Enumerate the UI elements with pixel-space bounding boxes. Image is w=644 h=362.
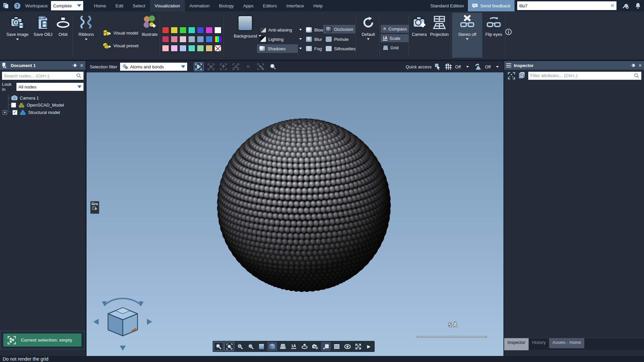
color-swatch-row3-2[interactable] — [171, 45, 178, 52]
fog-toggle[interactable]: Fog — [304, 44, 324, 53]
viewport-canvas[interactable]: Gro 5 Å 1Å ▶ — [87, 72, 503, 356]
add-camera-button[interactable]: Camera — [410, 14, 429, 37]
scale-toggle-mini[interactable]: 1Å — [289, 342, 299, 351]
anti-aliasing-toggle[interactable]: Anti-aliasing — [258, 25, 297, 34]
navigation-cube-gizmo[interactable] — [89, 287, 156, 354]
selection-status-badge[interactable]: Current selection: empty — [3, 334, 82, 347]
document-panel-header[interactable]: Document 1 ✕ — [0, 61, 86, 70]
checkbox-checked[interactable]: ✓ — [12, 110, 17, 115]
visual-preset-button[interactable]: Visual preset — [102, 42, 139, 50]
color-swatch-row2-7[interactable] — [214, 36, 221, 43]
nav-right-arrow[interactable] — [147, 319, 152, 325]
select-all-button[interactable] — [194, 62, 204, 71]
filter-attributes-input[interactable] — [530, 73, 634, 78]
stereo-off-button[interactable]: Stereo off — [453, 14, 482, 40]
deselect-button[interactable] — [206, 62, 216, 71]
checkbox-unchecked[interactable] — [11, 103, 16, 108]
nav-down-arrow[interactable] — [120, 346, 126, 351]
search-clear-icon[interactable]: ✕ — [610, 3, 614, 9]
search-nodes-box[interactable] — [2, 72, 84, 80]
orbit-button[interactable]: Orbit — [54, 14, 72, 37]
global-search-box[interactable]: ✕ — [517, 1, 616, 10]
pin-icon[interactable] — [72, 63, 77, 68]
save-obj-button[interactable]: OBJ Save OBJ — [32, 14, 54, 37]
save-image-button[interactable]: Save image — [5, 14, 30, 40]
occlusion-toggle[interactable]: Occlusion — [323, 25, 355, 34]
flip-eyes-button[interactable]: Flip eyes — [484, 14, 504, 37]
color-swatch-row1-3[interactable] — [179, 27, 186, 34]
anti-aliasing-dropdown-icon[interactable] — [299, 29, 302, 31]
scale-toggle[interactable]: 1Å Scale — [381, 34, 409, 42]
illustrate-button[interactable]: Illustrate — [140, 14, 159, 37]
shadows-toggle[interactable]: Shadows — [257, 44, 298, 53]
tab-assets-home[interactable]: Assets - Home — [549, 338, 584, 348]
color-swatch-row1-6[interactable] — [206, 27, 213, 34]
background-button-mini[interactable] — [257, 342, 266, 351]
select-connected-button[interactable] — [231, 62, 241, 71]
color-swatch-row1-5[interactable] — [197, 27, 204, 34]
menu-visualization[interactable]: Visualization — [150, 0, 185, 11]
silhouettes-toggle[interactable]: Silhouettes — [323, 44, 358, 53]
tree-item-camera[interactable]: Camera 1 — [11, 94, 39, 102]
compass-toggle[interactable]: Compass — [381, 25, 409, 33]
save-image-button-mini[interactable] — [310, 342, 320, 351]
tab-inspector[interactable]: Inspector — [504, 338, 529, 350]
menu-select[interactable]: Select — [128, 0, 150, 11]
angle-snap-icon[interactable] — [474, 63, 482, 70]
ribbons-dropdown-icon[interactable] — [85, 39, 88, 40]
filter-attributes-box[interactable] — [528, 72, 641, 80]
color-swatch-row3-3[interactable] — [179, 45, 186, 52]
menu-editors[interactable]: Editors — [258, 0, 282, 11]
color-swatch-row3-1[interactable] — [162, 45, 169, 52]
nav-left-arrow[interactable] — [93, 319, 99, 325]
inspector-header[interactable]: Inspector ✕ — [504, 61, 644, 70]
viewport-3d[interactable]: Selection filter Atoms and bonds ≈ — [87, 61, 503, 356]
blur-toggle[interactable]: Blur — [304, 35, 324, 44]
grid-snap-icon[interactable] — [444, 63, 452, 70]
projection-button[interactable]: Projection — [429, 14, 450, 37]
menu-interface[interactable]: Interface — [282, 0, 309, 11]
copy-pages-icon[interactable] — [3, 3, 9, 9]
grid-toggle[interactable]: Grid — [381, 44, 409, 52]
play-button-mini[interactable]: ▶ — [364, 342, 374, 351]
visibility-button-mini[interactable] — [342, 342, 352, 351]
color-swatch-row2-2[interactable] — [171, 36, 178, 43]
color-swatch-row2-5[interactable] — [197, 36, 204, 43]
look-in-select[interactable] — [16, 83, 84, 91]
color-swatch-row2-1[interactable] — [162, 36, 169, 43]
send-feedback-button[interactable]: Send feedback — [468, 0, 515, 11]
select-up-button[interactable] — [219, 62, 228, 71]
cursor-select-icon[interactable] — [434, 63, 442, 70]
tree-expander-icon[interactable]: + — [3, 110, 7, 115]
notifications-bell-icon[interactable] — [635, 2, 641, 9]
menu-apps[interactable]: Apps — [238, 0, 258, 11]
close-icon[interactable]: ✕ — [638, 63, 642, 68]
lighting-toggle[interactable]: Lighting — [258, 35, 297, 44]
default-dropdown-icon[interactable] — [367, 38, 370, 40]
zoom-in-button[interactable] — [235, 342, 245, 351]
zoom-region-button[interactable] — [224, 342, 234, 351]
color-swatch-row2-3[interactable] — [179, 36, 186, 43]
menu-home[interactable]: Home — [89, 0, 111, 11]
hamburger-menu-icon[interactable] — [506, 63, 511, 67]
menu-biology[interactable]: Biology — [214, 0, 238, 11]
inspect-selection-button[interactable] — [507, 71, 516, 80]
color-swatch-row2-6[interactable] — [206, 36, 213, 43]
panels-toggle-mini[interactable] — [332, 342, 341, 351]
menu-animation[interactable]: Animation — [185, 0, 214, 11]
select-similar-button[interactable]: ≈ — [244, 62, 253, 71]
rotate-arc-arrow[interactable] — [104, 298, 141, 306]
fullscreen-button-mini[interactable] — [353, 342, 363, 351]
orbit-button-mini[interactable] — [300, 342, 309, 351]
stereo-dropdown-icon[interactable] — [466, 38, 469, 40]
search-nodes-input[interactable] — [4, 73, 76, 78]
ribbons-button[interactable]: Ribbons — [76, 14, 97, 40]
tree-item-openscad[interactable]: OpenSCAD_Model — [11, 101, 64, 109]
nav-cube[interactable] — [108, 308, 138, 336]
color-swatch-row3-6[interactable] — [206, 45, 213, 52]
tab-history[interactable]: History — [529, 338, 549, 348]
close-icon[interactable]: ✕ — [80, 63, 84, 68]
preferences-wrench-icon[interactable] — [622, 2, 629, 9]
color-swatch-row1-2[interactable] — [171, 27, 178, 34]
color-swatch-row1-4[interactable] — [188, 27, 195, 34]
